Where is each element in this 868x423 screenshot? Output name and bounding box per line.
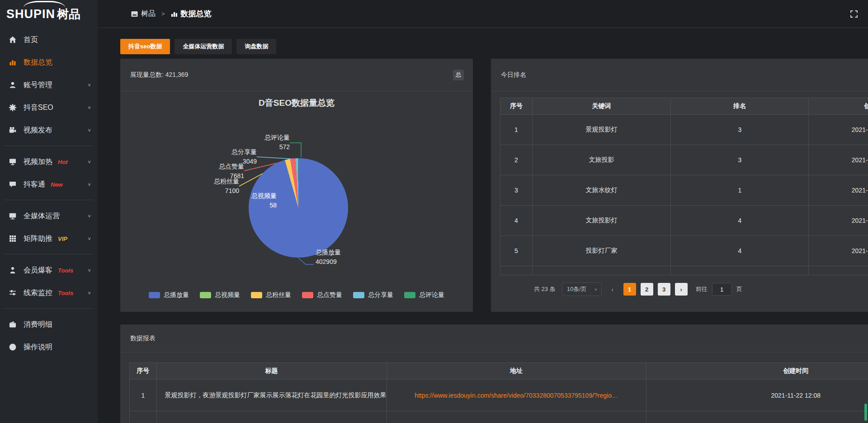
chart-bars-icon bbox=[171, 11, 178, 17]
table-row: 2 文旅投影 3 2021-10-13 18:00 bbox=[500, 145, 868, 175]
page-button-2[interactable]: 2 bbox=[641, 283, 653, 296]
col-index: 序号 bbox=[500, 98, 533, 115]
pie-label-videos: 总视频量58 bbox=[227, 191, 277, 210]
sidebar-item-data-overview[interactable]: 数据总览 bbox=[0, 51, 98, 74]
chat-icon bbox=[8, 180, 17, 188]
gear-icon bbox=[8, 103, 17, 112]
page-button-3[interactable]: 3 bbox=[658, 283, 670, 296]
report-row-link[interactable]: https://www.iesdouyin.com/share/video/70… bbox=[415, 392, 618, 399]
logo[interactable]: SHUPIN 树品 bbox=[0, 0, 98, 28]
logo-arc bbox=[24, 1, 65, 14]
sidebar-item-label: 数据总览 bbox=[24, 58, 52, 67]
breadcrumb-item-current[interactable]: 数据总览 bbox=[181, 9, 212, 19]
table-row: 1 景观投影灯，夜游景观投影灯厂家展示展示落花灯在花园里的灯光投影应用效果 # … bbox=[130, 380, 868, 411]
col-title: 标题 bbox=[156, 363, 387, 380]
chevron-down-icon: ∨ bbox=[87, 159, 91, 164]
sidebar-item-member-burst[interactable]: 会员爆客 Tools ∨ bbox=[0, 259, 98, 282]
sidebar-divider bbox=[5, 200, 93, 200]
next-page-button[interactable]: › bbox=[675, 283, 688, 296]
table-header-row: 序号 标题 地址 创建时间 bbox=[130, 363, 868, 380]
legend-item-fans[interactable]: 总粉丝量 bbox=[251, 291, 291, 299]
report-row-title: 景观投影灯，夜游景观投影灯厂家展示展示落花灯在花园里的灯光投影应用效果 # bbox=[156, 380, 387, 411]
col-created: 创建时间 bbox=[809, 98, 868, 115]
main-area: 树品 > 数据总览 用户名：zswodun88 ∨ 抖音seo数据 全媒体运营数… bbox=[98, 0, 868, 423]
svg-text:?: ? bbox=[11, 344, 14, 350]
content: 抖音seo数据 全媒体运营数据 询盘数据 展现量总数: 421,369 总 D音… bbox=[98, 28, 868, 423]
breadcrumb: 树品 > 数据总览 bbox=[131, 9, 212, 19]
sidebar-item-label: 抖音SEO bbox=[24, 103, 53, 113]
legend-swatch bbox=[353, 292, 364, 298]
grid-icon bbox=[8, 235, 17, 243]
col-url: 地址 bbox=[387, 363, 646, 380]
sidebar-item-account[interactable]: 账号管理 ∨ bbox=[0, 74, 98, 96]
prev-page-button[interactable]: ‹ bbox=[606, 283, 619, 296]
sidebar-item-consumption[interactable]: 消费明细 bbox=[0, 313, 98, 336]
sidebar-item-video-heat[interactable]: 视频加热 Hot ∨ bbox=[0, 150, 98, 173]
impressions-total-label: 展现量总数: 421,369 bbox=[130, 71, 188, 79]
chevron-down-icon: ∨ bbox=[87, 182, 91, 187]
jump-suffix-label: 页 bbox=[736, 285, 742, 293]
table-header-row: 序号 关键词 排名 创建时间 bbox=[500, 98, 868, 115]
fullscreen-icon[interactable] bbox=[850, 10, 858, 18]
sidebar-item-home[interactable]: 首页 bbox=[0, 28, 98, 51]
pie-label-plays: 总播放量402909 bbox=[316, 248, 370, 267]
breadcrumb-item-root[interactable]: 树品 bbox=[141, 9, 156, 19]
monitor-icon bbox=[8, 212, 17, 220]
sidebar-item-label: 操作说明 bbox=[24, 343, 52, 352]
page-button-1[interactable]: 1 bbox=[623, 283, 636, 296]
legend-item-likes[interactable]: 总点赞量 bbox=[302, 291, 342, 299]
legend-swatch bbox=[200, 292, 211, 298]
overview-panel: 展现量总数: 421,369 总 D音SEO数据量总览 bbox=[120, 59, 473, 312]
sidebar-item-label: 会员爆客 bbox=[24, 266, 52, 275]
legend-swatch bbox=[404, 292, 415, 298]
ranking-table: 序号 关键词 排名 创建时间 1 景观投影灯 3 bbox=[500, 98, 868, 275]
legend-item-plays[interactable]: 总播放量 bbox=[149, 291, 189, 299]
sidebar-item-label: 全媒体运营 bbox=[24, 212, 60, 221]
chart-title: D音SEO数据量总览 bbox=[120, 97, 473, 109]
sidebar-item-label: 消费明细 bbox=[24, 320, 52, 329]
tools-badge: Tools bbox=[58, 290, 73, 296]
legend-item-comments[interactable]: 总评论量 bbox=[404, 291, 444, 299]
sidebar-item-lead-monitor[interactable]: 线索监控 Tools ∨ bbox=[0, 282, 98, 304]
table-row: 3 文旅水纹灯 1 2021-10-13 18:00 bbox=[500, 175, 868, 206]
report-table: 序号 标题 地址 创建时间 1 景观投影灯，夜游景观投影灯厂家展示展示落花灯在花… bbox=[129, 362, 868, 423]
col-created: 创建时间 bbox=[646, 363, 868, 380]
app-window: SHUPIN 树品 首页 数据总览 账号管理 ∨ 抖音SEO ∨ bbox=[0, 0, 868, 423]
jump-prefix-label: 前往 bbox=[696, 285, 708, 293]
sidebar-divider bbox=[5, 146, 93, 146]
report-panel-header: 数据报表 表 bbox=[120, 324, 868, 352]
sidebar-item-help[interactable]: ? 操作说明 bbox=[0, 336, 98, 358]
topbar-right: 用户名：zswodun88 ∨ bbox=[850, 10, 868, 18]
pagination-total: 共 23 条 bbox=[534, 285, 556, 293]
sidebar-item-matrix-boost[interactable]: 矩阵助推 VIP ∨ bbox=[0, 227, 98, 250]
scrollbar-thumb[interactable] bbox=[864, 404, 867, 421]
legend-item-videos[interactable]: 总视频量 bbox=[200, 291, 240, 299]
col-index: 序号 bbox=[130, 363, 157, 380]
legend-swatch bbox=[251, 292, 262, 298]
page-jump-input[interactable] bbox=[712, 283, 732, 296]
sidebar-item-label: 视频加热 bbox=[24, 157, 52, 167]
sidebar-item-label: 线索监控 bbox=[24, 288, 52, 298]
tab-inquiry-data[interactable]: 询盘数据 bbox=[236, 39, 276, 54]
sidebar-item-omnimedia[interactable]: 全媒体运营 ∨ bbox=[0, 205, 98, 227]
sidebar-divider bbox=[5, 254, 93, 254]
sidebar-item-douyin-seo[interactable]: 抖音SEO ∨ bbox=[0, 96, 98, 119]
sidebar-item-label: 矩阵助推 bbox=[24, 234, 52, 244]
page-size-select[interactable]: 10条/页 ∨ bbox=[562, 282, 602, 296]
topbar: 树品 > 数据总览 用户名：zswodun88 ∨ bbox=[98, 0, 868, 28]
legend-item-shares[interactable]: 总分享量 bbox=[353, 291, 393, 299]
vip-badge: VIP bbox=[58, 235, 67, 242]
sidebar-item-video-publish[interactable]: 视频发布 ∨ bbox=[0, 119, 98, 141]
sidebar-item-label: 抖客通 bbox=[24, 180, 45, 189]
sidebar: SHUPIN 树品 首页 数据总览 账号管理 ∨ 抖音SEO ∨ bbox=[0, 0, 98, 423]
chevron-down-icon: ∨ bbox=[87, 127, 91, 132]
report-panel: 数据报表 表 序号 标题 地址 创建时间 bbox=[120, 324, 868, 423]
panels-row: 展现量总数: 421,369 总 D音SEO数据量总览 bbox=[120, 59, 868, 312]
table-row: 5 投影灯厂家 4 2021-10-09 18:00 bbox=[500, 236, 868, 266]
sidebar-item-doketong[interactable]: 抖客通 New ∨ bbox=[0, 173, 98, 196]
tab-omnimedia-data[interactable]: 全媒体运营数据 bbox=[175, 39, 232, 54]
chevron-down-icon: ∨ bbox=[87, 268, 91, 273]
tab-douyin-seo-data[interactable]: 抖音seo数据 bbox=[120, 39, 170, 54]
ranking-panel: 今日排名 日 序号 关键词 排名 创建时间 bbox=[491, 59, 868, 312]
total-corner-button[interactable]: 总 bbox=[453, 70, 464, 80]
